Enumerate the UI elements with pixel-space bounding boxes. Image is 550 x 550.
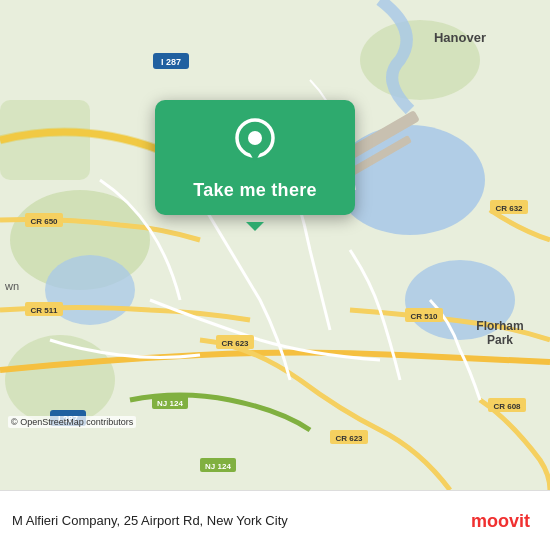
location-pin-icon bbox=[233, 118, 277, 168]
bottom-bar: M Alfieri Company, 25 Airport Rd, New Yo… bbox=[0, 490, 550, 550]
svg-text:Florham: Florham bbox=[476, 319, 523, 333]
svg-text:wn: wn bbox=[4, 280, 19, 292]
svg-text:Park: Park bbox=[487, 333, 513, 347]
svg-text:CR 650: CR 650 bbox=[30, 217, 58, 226]
location-label: M Alfieri Company, 25 Airport Rd, New Yo… bbox=[12, 513, 471, 528]
svg-text:CR 510: CR 510 bbox=[410, 312, 438, 321]
svg-text:moovit: moovit bbox=[471, 511, 530, 531]
map-attribution: © OpenStreetMap contributors bbox=[8, 416, 136, 428]
popup-card: Take me there bbox=[155, 100, 355, 215]
svg-text:CR 632: CR 632 bbox=[495, 204, 523, 213]
svg-text:CR 511: CR 511 bbox=[30, 306, 58, 315]
svg-text:CR 623: CR 623 bbox=[221, 339, 249, 348]
map-container: I 287 CR 650 CR 65 CR 511 CR 632 CR 623 … bbox=[0, 0, 550, 490]
svg-text:CR 623: CR 623 bbox=[335, 434, 363, 443]
svg-text:I 287: I 287 bbox=[161, 57, 181, 67]
svg-text:Hanover: Hanover bbox=[434, 30, 486, 45]
svg-text:NJ 124: NJ 124 bbox=[205, 462, 231, 471]
svg-text:CR 608: CR 608 bbox=[493, 402, 521, 411]
svg-text:NJ 124: NJ 124 bbox=[157, 399, 183, 408]
moovit-logo: moovit bbox=[471, 507, 536, 535]
take-me-there-button[interactable]: Take me there bbox=[193, 180, 317, 201]
moovit-logo-svg: moovit bbox=[471, 507, 536, 535]
svg-point-39 bbox=[248, 131, 262, 145]
